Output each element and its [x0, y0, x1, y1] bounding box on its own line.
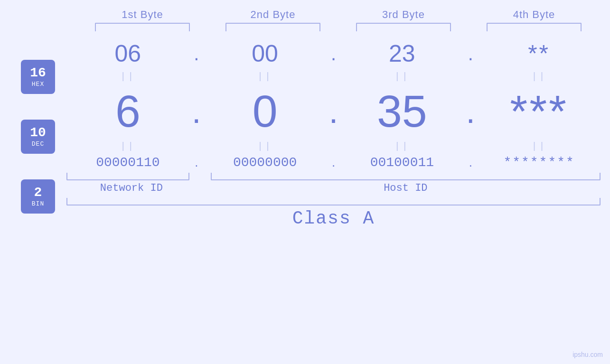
hex-b4: **	[478, 40, 601, 67]
eq1-b3: ||	[341, 71, 464, 82]
class-label: Class A	[292, 208, 375, 229]
hex-b1: 06	[66, 40, 189, 67]
byte-headers: 1st Byte 2nd Byte 3rd Byte 4th Byte	[77, 9, 600, 21]
bottom-brackets-area	[66, 173, 601, 180]
dec-b2: 0	[204, 85, 327, 137]
class-bracket	[66, 198, 601, 205]
bin-b4: ********	[478, 155, 601, 170]
main-container: 1st Byte 2nd Byte 3rd Byte 4th Byte 16 H…	[0, 0, 610, 364]
host-id-bracket	[211, 173, 601, 180]
bracket-byte3	[356, 23, 451, 31]
content-area: 16 HEX 10 DEC 2 BIN 06	[0, 31, 610, 364]
dec-b3: 35	[341, 85, 464, 137]
hex-dot3: .	[463, 43, 478, 65]
values-grid: 06 . 00 . 23 . ** || || || || 6 .	[66, 31, 610, 229]
dec-dot2: .	[327, 93, 341, 131]
class-label-container: Class A	[66, 208, 601, 229]
bin-row: 00000110 . 00000000 . 00100011 . *******…	[66, 155, 601, 170]
host-id-label: Host ID	[211, 182, 601, 194]
hex-dot1: .	[189, 43, 204, 65]
dec-badge-number: 10	[30, 126, 46, 140]
bracket-byte1	[95, 23, 190, 31]
id-labels: Network ID Host ID	[66, 182, 601, 194]
bin-b3: 00100011	[341, 155, 464, 170]
eq1-b1: ||	[66, 71, 189, 82]
hex-b3: 23	[341, 40, 464, 67]
byte1-header: 1st Byte	[90, 9, 195, 21]
network-bracket-container	[66, 173, 197, 180]
dec-badge: 10 DEC	[21, 120, 55, 154]
equals-row-1: || || || ||	[66, 67, 601, 85]
badges-column: 16 HEX 10 DEC 2 BIN	[0, 46, 66, 214]
eq2-b3: ||	[341, 141, 464, 152]
bin-badge-number: 2	[34, 186, 42, 200]
bin-dot2: .	[327, 155, 341, 170]
byte3-header: 3rd Byte	[351, 9, 456, 21]
class-bracket-container	[66, 198, 601, 205]
eq1-b2: ||	[204, 71, 327, 82]
bin-b2: 00000000	[204, 155, 327, 170]
dec-row: 6 . 0 . 35 . ***	[66, 85, 601, 137]
byte2-header: 2nd Byte	[221, 9, 325, 21]
eq2-b1: ||	[66, 141, 189, 152]
dec-dot3: .	[463, 93, 478, 131]
dec-b1: 6	[66, 85, 189, 137]
eq2-b4: ||	[478, 141, 601, 152]
hex-b2: 00	[204, 40, 327, 67]
hex-badge: 16 HEX	[21, 60, 55, 94]
hex-row: 06 . 00 . 23 . **	[66, 31, 601, 67]
eq2-b2: ||	[204, 141, 327, 152]
hex-badge-number: 16	[30, 66, 46, 81]
hex-dot2: .	[327, 43, 341, 65]
bracket-byte2	[225, 23, 320, 31]
network-id-label: Network ID	[66, 182, 197, 194]
bin-b1: 00000110	[66, 155, 189, 170]
bin-badge-label: BIN	[32, 200, 44, 207]
bin-dot1: .	[189, 155, 204, 170]
hex-badge-label: HEX	[32, 81, 44, 88]
bracket-byte4	[487, 23, 582, 31]
network-id-bracket	[66, 173, 189, 180]
bin-dot3: .	[463, 155, 478, 170]
dec-b4: ***	[478, 85, 601, 137]
eq1-b4: ||	[478, 71, 601, 82]
dec-dot1: .	[189, 93, 204, 131]
host-bracket-container	[211, 173, 601, 180]
byte4-header: 4th Byte	[482, 9, 586, 21]
dec-badge-label: DEC	[32, 140, 44, 148]
watermark: ipshu.com	[572, 351, 603, 358]
top-brackets-row	[77, 23, 600, 31]
bin-badge: 2 BIN	[21, 179, 55, 214]
equals-row-2: || || || ||	[66, 137, 601, 155]
dot-spacer2	[197, 182, 211, 194]
